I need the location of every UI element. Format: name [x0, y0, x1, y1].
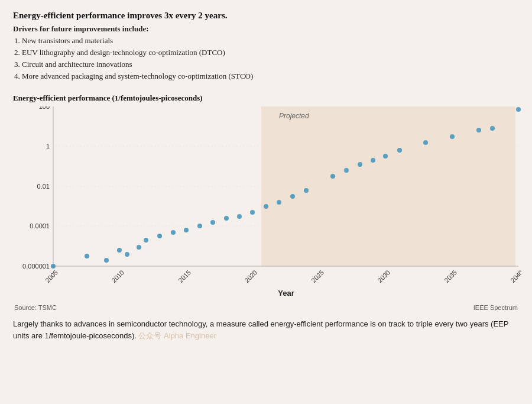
dot-projected	[423, 140, 428, 145]
svg-text:2010: 2010	[110, 269, 125, 284]
dot	[157, 234, 162, 238]
driver-1: 1. New transistors and materials	[14, 35, 519, 47]
chart-section: Energy-efficient performance (1/femtojou…	[13, 93, 519, 311]
driver-4: 4. More advanced packaging and system-te…	[14, 70, 519, 82]
dot-projected	[330, 174, 335, 179]
dot	[304, 188, 309, 193]
dot-projected	[490, 126, 495, 131]
dot	[197, 224, 202, 228]
dot	[144, 238, 148, 243]
dot	[277, 200, 281, 205]
dot	[224, 216, 229, 221]
dot-projected	[450, 134, 455, 139]
svg-text:2040: 2040	[509, 269, 521, 284]
source-text: Source: TSMC	[14, 304, 57, 311]
dot	[290, 194, 295, 199]
svg-text:Year: Year	[278, 289, 294, 298]
dot-projected	[516, 107, 521, 112]
svg-text:2030: 2030	[376, 269, 391, 284]
dot-projected	[371, 158, 375, 163]
dot-projected	[358, 162, 362, 167]
svg-text:0.0001: 0.0001	[30, 222, 50, 230]
chart-wrapper: Projected 100 1 0.01	[13, 106, 521, 302]
drivers-list: 1. New transistors and materials 2. EUV …	[14, 35, 519, 83]
dot	[250, 210, 255, 215]
svg-text:100: 100	[39, 106, 50, 110]
svg-text:1: 1	[46, 143, 50, 150]
projected-label: Projected	[279, 112, 309, 120]
dot	[104, 258, 109, 263]
dot	[171, 230, 176, 235]
main-container: Energy-efficient performance improves 3x…	[0, 0, 532, 350]
dot	[85, 254, 89, 258]
svg-text:2035: 2035	[443, 269, 458, 284]
dot-projected	[397, 148, 402, 153]
svg-text:2025: 2025	[310, 269, 325, 284]
svg-text:0.000001: 0.000001	[22, 263, 50, 270]
watermark: 公众号 Alpha Engineer	[138, 331, 216, 340]
dot	[137, 245, 141, 250]
svg-text:2005: 2005	[44, 269, 59, 284]
dot	[237, 214, 242, 219]
dot	[210, 220, 215, 225]
dot	[117, 248, 122, 253]
dot-projected	[344, 168, 349, 173]
svg-text:2015: 2015	[177, 269, 192, 284]
dot	[51, 264, 56, 269]
dot	[125, 252, 129, 257]
dot-projected	[476, 128, 481, 132]
ieee-text: IEEE Spectrum	[473, 304, 518, 311]
dot-projected	[383, 154, 388, 159]
svg-text:2020: 2020	[243, 269, 258, 284]
driver-2: 2. EUV lithography and design-technology…	[14, 47, 519, 59]
driver-3: 3. Circuit and architecture innovations	[14, 59, 519, 70]
footer-text: Largely thanks to advances in semiconduc…	[13, 318, 519, 342]
dot	[184, 228, 189, 232]
source-line: Source: TSMC IEEE Spectrum	[13, 304, 519, 311]
svg-text:0.01: 0.01	[37, 183, 50, 190]
main-title: Energy-efficient performance improves 3x…	[13, 11, 519, 21]
chart-svg: Projected 100 1 0.01	[13, 106, 521, 302]
dot	[264, 204, 268, 209]
chart-title: Energy-efficient performance (1/femtojou…	[13, 93, 519, 103]
drivers-title: Drivers for future improvements include:	[13, 24, 519, 34]
